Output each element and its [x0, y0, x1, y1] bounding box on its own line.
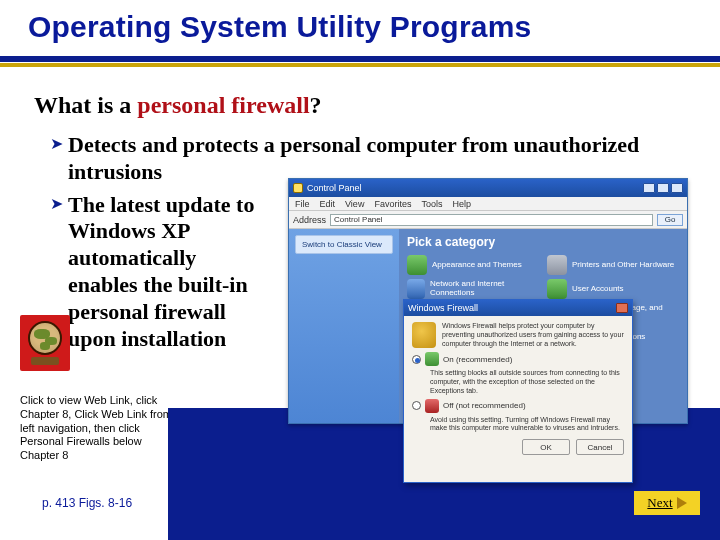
dialog-body: Windows Firewall helps protect your comp… — [404, 316, 632, 461]
category-label: Printers and Other Hardware — [572, 261, 674, 270]
question-tail: ? — [310, 92, 322, 118]
window-titlebar: Control Panel — [289, 179, 687, 197]
shield-red-icon — [425, 399, 439, 413]
slide-title: Operating System Utility Programs — [28, 10, 700, 44]
address-input[interactable]: Control Panel — [330, 214, 653, 226]
menu-item[interactable]: Edit — [320, 199, 336, 209]
category-label: Network and Internet Connections — [430, 280, 539, 298]
radio-off[interactable]: Off (not recommended) — [412, 399, 624, 413]
left-pane: Switch to Classic View — [289, 229, 399, 423]
weblink-badge[interactable] — [20, 315, 70, 371]
left-pane-card[interactable]: Switch to Classic View — [295, 235, 393, 254]
go-button[interactable]: Go — [657, 214, 683, 226]
ok-button[interactable]: OK — [522, 439, 570, 455]
menu-item[interactable]: Help — [452, 199, 471, 209]
question-lead: What is a — [34, 92, 137, 118]
switch-classic: Switch to Classic View — [302, 240, 382, 249]
category-label: User Accounts — [572, 285, 624, 294]
menu-item[interactable]: Favorites — [374, 199, 411, 209]
close-button[interactable] — [671, 183, 683, 193]
bullet-marker: ➤ — [50, 132, 68, 156]
page-reference: p. 413 Figs. 8-16 — [42, 496, 132, 510]
dialog-buttons: OK Cancel — [412, 439, 624, 455]
bullet-text: The latest update to Windows XP automati… — [68, 192, 258, 353]
window-body: Switch to Classic View Pick a category A… — [289, 229, 687, 423]
radio-on-label: On (recommended) — [443, 355, 512, 364]
screenshot-control-panel: Control Panel File Edit View Favorites T… — [288, 178, 688, 424]
ok-label: OK — [540, 443, 552, 452]
radio-dot-on — [412, 355, 421, 364]
slide-question: What is a personal firewall? — [34, 92, 322, 119]
shield-icon — [412, 322, 436, 348]
radio-off-desc: Avoid using this setting. Turning off Wi… — [430, 416, 624, 434]
network-icon — [407, 279, 425, 299]
globe-icon — [28, 321, 62, 355]
address-label: Address — [293, 215, 326, 225]
category-item[interactable]: Printers and Other Hardware — [547, 255, 679, 275]
category-label: Appearance and Themes — [432, 261, 522, 270]
weblink-caption: Click to view Web Link, click Chapter 8,… — [20, 394, 180, 463]
radio-on-desc: This setting blocks all outside sources … — [430, 369, 624, 395]
firewall-dialog: Windows Firewall Windows Firewall helps … — [403, 299, 633, 483]
dialog-title: Windows Firewall — [408, 303, 478, 313]
window-menubar: File Edit View Favorites Tools Help — [289, 197, 687, 211]
category-header: Pick a category — [407, 235, 679, 249]
shield-green-icon — [425, 352, 439, 366]
right-pane: Pick a category Appearance and Themes Pr… — [399, 229, 687, 423]
control-panel-icon — [293, 183, 303, 193]
category-item[interactable]: User Accounts — [547, 279, 679, 299]
dialog-titlebar: Windows Firewall — [404, 300, 632, 316]
slide: Operating System Utility Programs What i… — [0, 0, 720, 540]
rule-gold — [0, 63, 720, 67]
radio-dot-off — [412, 401, 421, 410]
question-keyword: personal firewall — [137, 92, 309, 118]
go-label: Go — [665, 215, 676, 224]
cancel-label: Cancel — [588, 443, 613, 452]
arrow-right-icon — [677, 497, 687, 509]
useraccounts-icon — [547, 279, 567, 299]
radio-off-label: Off (not recommended) — [443, 401, 526, 410]
window-buttons — [643, 183, 683, 193]
next-button[interactable]: Next — [634, 491, 700, 515]
cancel-button[interactable]: Cancel — [576, 439, 624, 455]
window-title: Control Panel — [307, 183, 362, 193]
menu-item[interactable]: Tools — [421, 199, 442, 209]
minimize-button[interactable] — [643, 183, 655, 193]
dialog-header-row: Windows Firewall helps protect your comp… — [412, 322, 624, 348]
menu-item[interactable]: View — [345, 199, 364, 209]
category-item[interactable]: Appearance and Themes — [407, 255, 539, 275]
address-value: Control Panel — [334, 215, 382, 224]
appearance-icon — [407, 255, 427, 275]
close-icon[interactable] — [616, 303, 628, 313]
category-item[interactable]: Network and Internet Connections — [407, 279, 539, 299]
dialog-description: Windows Firewall helps protect your comp… — [442, 322, 624, 348]
globe-base — [31, 357, 59, 365]
menu-item[interactable]: File — [295, 199, 310, 209]
radio-on[interactable]: On (recommended) — [412, 352, 624, 366]
printers-icon — [547, 255, 567, 275]
address-bar: Address Control Panel Go — [289, 211, 687, 229]
title-rule — [0, 56, 720, 67]
maximize-button[interactable] — [657, 183, 669, 193]
rule-navy — [0, 56, 720, 62]
next-label: Next — [647, 495, 672, 511]
bullet-marker: ➤ — [50, 192, 68, 216]
